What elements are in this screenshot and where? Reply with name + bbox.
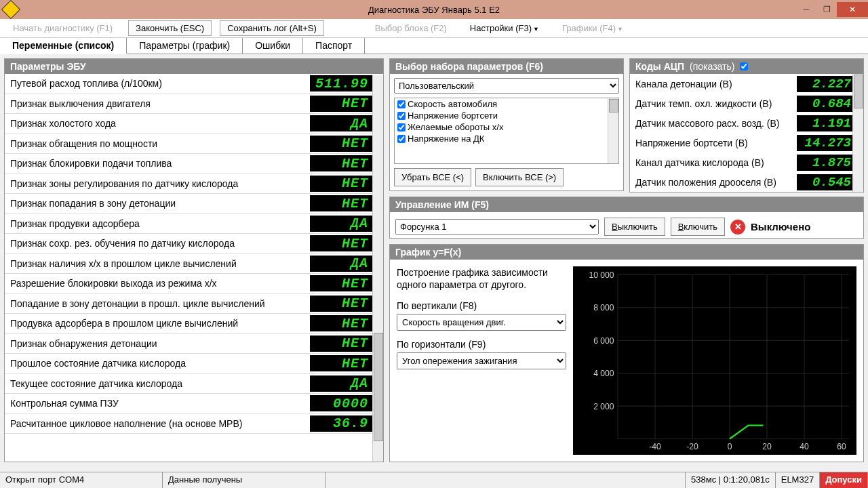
param-checkbox[interactable] — [397, 135, 406, 143]
param-label: Попадание в зону детонации в прошл. цикл… — [5, 298, 310, 309]
adc-value: 1.191 — [797, 115, 854, 131]
tabs: Переменные (список) Параметры (график) О… — [0, 38, 868, 54]
svg-text:-40: -40 — [649, 442, 661, 451]
status-port: Открыт порт COM4 — [0, 472, 163, 488]
adc-row: Датчик темп. охл. жидкости (В)0.684 — [630, 94, 863, 113]
param-value: НЕТ — [310, 296, 372, 312]
param-row[interactable]: Попадание в зону детонации в прошл. цикл… — [5, 294, 383, 314]
param-row[interactable]: Признак обнаружения детонацииНЕТ — [5, 334, 383, 354]
tab-errors[interactable]: Ошибки — [243, 38, 303, 54]
adc-value: 14.273 — [797, 135, 854, 151]
finish-button[interactable]: Закончить (ESC) — [128, 20, 212, 36]
svg-text:2 000: 2 000 — [593, 402, 614, 411]
settings-button[interactable]: Настройки (F3)▼ — [462, 20, 547, 36]
param-label: Признак сохр. рез. обучения по датчику к… — [5, 238, 310, 249]
svg-text:6 000: 6 000 — [593, 336, 614, 346]
param-row[interactable]: Путевой расход топлива (л/100км)511.99 — [5, 74, 383, 94]
tab-variables[interactable]: Переменные (список) — [0, 38, 127, 54]
add-all-button[interactable]: Включить ВСЕ (>) — [475, 168, 564, 186]
param-row[interactable]: Признак выключения двигателяНЕТ — [5, 94, 383, 115]
checklist-item[interactable]: Напряжение на ДК — [395, 133, 618, 144]
adc-row: Датчик положения дрооселя (В)0.545 — [630, 172, 863, 192]
adc-row: Датчик массового расх. возд. (В)1.191 — [630, 113, 863, 133]
act-on-button[interactable]: Включить — [671, 218, 725, 236]
param-row[interactable]: Признак холостого ходаДА — [5, 114, 383, 134]
adc-row: Напряжение бортсети (В)14.273 — [630, 133, 863, 152]
param-value: ДА — [310, 256, 372, 272]
param-row[interactable]: Текущее состояние датчика кислородаДА — [5, 374, 383, 394]
svg-text:60: 60 — [837, 442, 846, 451]
param-scrollbar[interactable] — [372, 75, 383, 462]
param-row[interactable]: Признак попадания в зону детонацииНЕТ — [5, 194, 383, 214]
param-checkbox[interactable] — [397, 100, 406, 108]
act-off-button[interactable]: Выключить — [604, 218, 665, 236]
checklist-item[interactable]: Напряжение бортсети — [395, 110, 618, 121]
psel-header: Выбор набора параметров (F6) — [390, 59, 623, 74]
param-label: Путевой расход топлива (л/100км) — [5, 78, 310, 89]
param-label: Прошлое состояние датчика кислорода — [5, 358, 310, 369]
adc-value: 2.227 — [797, 76, 854, 92]
act-stop-button[interactable]: ✕ — [730, 220, 745, 235]
adc-row: Канала детонации (В)2.227 — [630, 74, 863, 94]
vert-select[interactable]: Скорость вращения двиг. — [397, 314, 566, 331]
tab-params-graph[interactable]: Параметры (график) — [127, 38, 243, 54]
save-log-button[interactable]: Сохранить лог (Alt+S) — [220, 20, 324, 36]
param-set-select[interactable]: Пользовательский — [394, 78, 619, 94]
svg-text:0: 0 — [728, 442, 732, 451]
param-value: НЕТ — [310, 355, 372, 371]
status-dopuski[interactable]: Допуски — [820, 472, 868, 488]
remove-all-button[interactable]: Убрать ВСЕ (<) — [394, 168, 471, 186]
graph-header: График y=F(x) — [390, 245, 863, 260]
param-row[interactable]: Признак зоны регулирования по датчику ки… — [5, 174, 383, 195]
param-row[interactable]: Продувка адсорбера в прошлом цикле вычис… — [5, 314, 383, 334]
param-row[interactable]: Признак наличия х/х в прошлом цикле вычи… — [5, 254, 383, 274]
svg-text:10 000: 10 000 — [589, 270, 614, 280]
status-data: Данные получены — [163, 472, 326, 488]
status-adapter: ELM327 — [776, 472, 820, 488]
graphics-button[interactable]: Графики (F4)▼ — [555, 20, 631, 36]
param-row[interactable]: Признак сохр. рез. обучения по датчику к… — [5, 234, 383, 254]
svg-text:40: 40 — [800, 442, 809, 451]
param-label: Текущее состояние датчика кислорода — [5, 378, 310, 389]
maximize-button[interactable]: ❐ — [816, 2, 837, 17]
select-block-button[interactable]: Выбор блока (F2) — [368, 20, 454, 36]
checklist-item[interactable]: Желаемые обороты х/х — [395, 121, 618, 133]
param-row[interactable]: Контрольная сумма ПЗУ0000 — [5, 394, 383, 414]
param-row[interactable]: Прошлое состояние датчика кислородаНЕТ — [5, 354, 383, 374]
adc-value: 0.684 — [797, 96, 854, 112]
param-value: НЕТ — [310, 176, 372, 192]
param-row[interactable]: Признак продувки адсорбераДА — [5, 214, 383, 235]
param-value: НЕТ — [310, 96, 372, 112]
close-button[interactable]: ✕ — [837, 2, 868, 17]
param-row[interactable]: Разрешение блокировки выхода из режима х… — [5, 274, 383, 294]
actuator-panel: Управление ИМ (F5) Форсунка 1 Выключить … — [389, 197, 864, 239]
minimize-button[interactable]: ─ — [796, 2, 816, 17]
param-label: Разрешение блокировки выхода из режима х… — [5, 278, 310, 289]
svg-text:4 000: 4 000 — [593, 369, 614, 378]
param-label: Расчитанное цикловое наполнение (на осно… — [5, 418, 310, 429]
param-checkbox[interactable] — [397, 112, 406, 120]
horiz-select[interactable]: Угол опережения зажигания — [397, 352, 566, 369]
act-header: Управление ИМ (F5) — [390, 197, 863, 212]
param-value: НЕТ — [310, 315, 372, 331]
param-select-panel: Выбор набора параметров (F6) Пользовател… — [389, 58, 624, 191]
adc-scrollbar[interactable] — [852, 74, 863, 192]
adc-row: Канал датчика кислорода (В)1.875 — [630, 152, 863, 172]
checklist-item[interactable]: Скорость автомобиля — [395, 98, 618, 110]
adc-show-checkbox[interactable] — [740, 62, 748, 70]
param-value: ДА — [310, 115, 372, 131]
adc-label: Датчик положения дрооселя (В) — [630, 177, 797, 188]
tab-passport[interactable]: Паспорт — [303, 38, 365, 54]
param-label: Признак наличия х/х в прошлом цикле вычи… — [5, 258, 310, 269]
param-row[interactable]: Признак обгащения по мощностиНЕТ — [5, 134, 383, 155]
param-row[interactable]: Признак блокировки подачи топливаНЕТ — [5, 154, 383, 174]
app-icon — [1, 0, 20, 19]
graph-desc: Построение графика зависимости одного па… — [397, 266, 566, 291]
start-diag-button[interactable]: Начать диагностику (F1) — [5, 20, 120, 36]
checklist-scrollbar[interactable] — [608, 98, 618, 163]
actuator-select[interactable]: Форсунка 1 — [395, 219, 599, 235]
param-row[interactable]: Расчитанное цикловое наполнение (на осно… — [5, 414, 383, 434]
param-checklist[interactable]: Скорость автомобиля Напряжение бортсети … — [394, 98, 619, 164]
param-checkbox[interactable] — [397, 123, 406, 131]
statusbar: Открыт порт COM4 Данные получены 538мс |… — [0, 472, 868, 488]
